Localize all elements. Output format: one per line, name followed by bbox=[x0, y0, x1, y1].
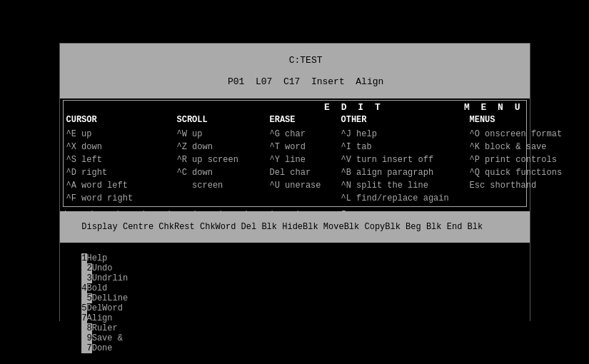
other-header: OTHER bbox=[341, 113, 465, 126]
menu-panel: E D I T M E N U CURSOR ^E up ^X down ^S … bbox=[63, 100, 527, 207]
tb2-2-num: 2 bbox=[81, 263, 91, 273]
cursor-row-3: ^S left bbox=[66, 153, 173, 166]
tb2-5-label[interactable]: DelLine bbox=[92, 293, 129, 303]
tb1-chkword[interactable]: ChkWord bbox=[200, 222, 236, 232]
bottom-toolbar2: 1Help 2Undo 3Undrlin 4Bold 5DelLine 5Del… bbox=[60, 243, 530, 364]
tb1-begblk[interactable]: Beg Blk bbox=[406, 222, 441, 232]
erase-row-1: ^G char bbox=[270, 128, 337, 141]
scroll-row-3: ^R up screen bbox=[177, 153, 266, 166]
edit-label: E D I T bbox=[324, 102, 383, 113]
menus-header: MENUS bbox=[470, 113, 590, 126]
other-row-6: ^L find/replace again bbox=[341, 192, 465, 205]
cursor-row-4: ^D right bbox=[66, 166, 173, 179]
tb2-9-label[interactable]: Save & bbox=[92, 333, 124, 343]
tb1-centre[interactable]: Centre bbox=[123, 222, 153, 232]
other-row-1: ^J help bbox=[341, 128, 465, 141]
scroll-row-1: ^W up bbox=[177, 128, 266, 141]
erase-row-6 bbox=[270, 192, 337, 205]
tb1-chkrest[interactable]: ChkRest bbox=[158, 222, 194, 232]
tb2-7-num: 7 bbox=[81, 313, 86, 323]
erase-col: ERASE ^G char ^T word ^Y line Del char ^… bbox=[270, 113, 341, 205]
tb2-0-label[interactable]: Done bbox=[92, 343, 114, 353]
erase-row-2: ^T word bbox=[270, 141, 337, 153]
tb2-1-num: 1 bbox=[81, 253, 86, 263]
cursor-row-2: ^X down bbox=[66, 141, 173, 153]
scroll-col: SCROLL ^W up ^Z down ^R up screen ^C dow… bbox=[177, 113, 270, 205]
scroll-row-2: ^Z down bbox=[177, 141, 266, 153]
editor-screen: C:TEST P01 L07 C17 Insert Align E D I T … bbox=[59, 43, 530, 321]
tb1-hideblk[interactable]: HideBlk bbox=[282, 222, 318, 232]
tb2-4-label[interactable]: Bold bbox=[87, 283, 109, 293]
erase-row-5: ^U unerase bbox=[270, 179, 337, 192]
tb2-0-num: 7 bbox=[81, 343, 91, 353]
tb2-5-num: 5 bbox=[81, 293, 91, 303]
bottom-toolbar: Display Centre ChkRest ChkWord Del Blk H… bbox=[60, 211, 530, 243]
menus-row-3: ^P print controls bbox=[470, 153, 590, 166]
tb2-8-num: 8 bbox=[81, 323, 91, 333]
ruler-line: L----!----!----!----!----!----!----!----… bbox=[64, 210, 525, 211]
menu-header-row: E D I T M E N U bbox=[66, 102, 523, 113]
menus-row-4: ^Q quick functions bbox=[470, 166, 590, 179]
editor-area[interactable]: L----!----!----!----!----!----!----!----… bbox=[60, 208, 530, 211]
cursor-row-1: ^E up bbox=[66, 128, 173, 141]
tb1-endblk[interactable]: End Blk bbox=[447, 222, 483, 232]
menus-row-6 bbox=[470, 192, 590, 205]
erase-row-3: ^Y line bbox=[270, 153, 337, 166]
menu-columns: CURSOR ^E up ^X down ^S left ^D right ^A… bbox=[66, 113, 523, 205]
scroll-header: SCROLL bbox=[177, 113, 266, 126]
title-left: C:TEST bbox=[289, 55, 323, 66]
tb1-moveblk[interactable]: MoveBlk bbox=[323, 222, 359, 232]
tb2-3-label[interactable]: Undrlin bbox=[92, 273, 129, 283]
tb2-7-label[interactable]: Align bbox=[87, 313, 114, 323]
tb2-4-num: 4 bbox=[81, 283, 86, 293]
tb2-6-num: 5 bbox=[81, 303, 86, 313]
erase-row-4: Del char bbox=[270, 166, 337, 179]
cursor-row-5: ^A word left bbox=[66, 179, 173, 192]
other-row-2: ^I tab bbox=[341, 141, 465, 153]
menus-row-2: ^K block & save bbox=[470, 141, 590, 153]
other-row-3: ^V turn insert off bbox=[341, 153, 465, 166]
erase-header: ERASE bbox=[270, 113, 337, 126]
menu-label: M E N U bbox=[464, 102, 523, 113]
menus-row-1: ^O onscreen format bbox=[470, 128, 590, 141]
menus-col: MENUS ^O onscreen format ^K block & save… bbox=[470, 113, 590, 205]
tb1-display[interactable]: Display bbox=[81, 222, 117, 232]
tb2-9-num: 9 bbox=[81, 333, 91, 343]
cursor-header: CURSOR bbox=[66, 113, 173, 126]
cursor-col: CURSOR ^E up ^X down ^S left ^D right ^A… bbox=[66, 113, 177, 205]
cursor-row-6: ^F word right bbox=[66, 192, 173, 205]
other-row-4: ^B align paragraph bbox=[341, 166, 465, 179]
tb1-copyblk[interactable]: CopyBlk bbox=[364, 222, 400, 232]
title-center: P01 L07 C17 Insert Align bbox=[228, 76, 383, 87]
tb2-3-num: 3 bbox=[81, 273, 91, 283]
tb2-8-label[interactable]: Ruler bbox=[92, 323, 119, 333]
tb2-2-label[interactable]: Undo bbox=[92, 263, 114, 273]
title-bar: C:TEST P01 L07 C17 Insert Align bbox=[60, 44, 530, 98]
other-row-5: ^N split the line bbox=[341, 179, 465, 192]
scroll-row-6 bbox=[177, 192, 266, 205]
other-col: OTHER ^J help ^I tab ^V turn insert off … bbox=[341, 113, 470, 205]
scroll-row-4: ^C down bbox=[177, 166, 266, 179]
scroll-row-5: screen bbox=[177, 179, 266, 192]
tb2-6-label[interactable]: DelWord bbox=[87, 303, 124, 313]
tb1-delblk[interactable]: Del Blk bbox=[241, 222, 277, 232]
menus-row-5: Esc shorthand bbox=[470, 179, 590, 192]
tb2-1-label[interactable]: Help bbox=[87, 253, 109, 263]
